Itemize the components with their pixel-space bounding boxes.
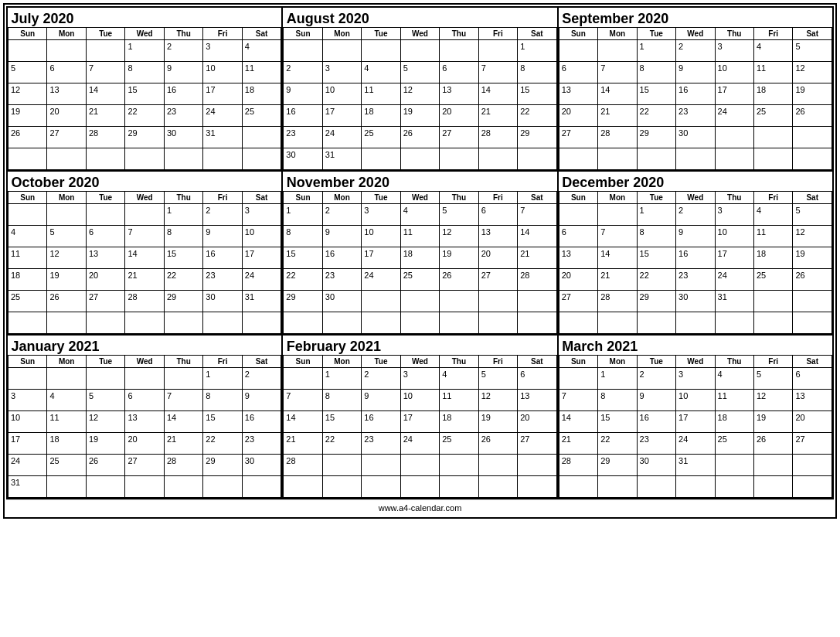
day-cell: [793, 312, 832, 334]
week-row: 17181920212223: [9, 433, 281, 455]
day-cell: 27: [793, 433, 832, 455]
day-cell: 8: [637, 62, 675, 83]
day-cell: 19: [9, 105, 47, 127]
day-cell: 12: [47, 247, 86, 269]
day-cell: 1: [284, 204, 322, 226]
day-cell: [9, 368, 47, 390]
day-cell: 12: [478, 390, 517, 411]
day-cell: [637, 148, 675, 170]
day-cell: [440, 455, 478, 476]
day-cell: 6: [125, 390, 164, 411]
day-cell: 6: [478, 204, 517, 226]
day-cell: 18: [754, 83, 793, 105]
day-cell: [47, 40, 86, 62]
day-cell: 31: [9, 476, 47, 498]
day-header-fri: Fri: [754, 28, 793, 40]
day-cell: [322, 312, 361, 334]
day-cell: 21: [478, 105, 517, 127]
day-cell: 17: [203, 83, 242, 105]
day-cell: 5: [400, 62, 439, 83]
week-row: 20212223242526: [559, 269, 831, 291]
day-cell: 21: [559, 433, 597, 455]
day-cell: 22: [598, 433, 637, 455]
day-cell: 27: [478, 269, 517, 291]
day-header-fri: Fri: [478, 356, 517, 368]
day-cell: 23: [676, 105, 715, 127]
day-cell: [793, 127, 832, 148]
day-cell: [47, 148, 86, 170]
day-cell: [598, 204, 637, 226]
day-header-sat: Sat: [242, 356, 281, 368]
day-cell: 28: [284, 455, 322, 476]
day-cell: 20: [478, 247, 517, 269]
week-row: 21222324252627: [559, 433, 831, 455]
day-cell: 3: [400, 368, 439, 390]
day-cell: [47, 368, 86, 390]
day-cell: 18: [715, 411, 753, 433]
page: July 2020SunMonTueWedThuFriSat1234567891…: [3, 3, 837, 519]
day-header-wed: Wed: [125, 356, 164, 368]
day-header-wed: Wed: [676, 356, 715, 368]
day-cell: 1: [637, 40, 675, 62]
week-row: 12: [9, 368, 281, 390]
day-cell: 20: [518, 411, 557, 433]
day-header-mon: Mon: [47, 192, 86, 204]
day-cell: 12: [400, 83, 439, 105]
day-cell: 20: [559, 105, 597, 127]
day-cell: 27: [559, 127, 597, 148]
day-cell: 21: [284, 433, 322, 455]
day-cell: 29: [125, 127, 164, 148]
day-cell: 10: [242, 226, 281, 247]
day-cell: 7: [478, 62, 517, 83]
month-september-2020: September 2020SunMonTueWedThuFriSat12345…: [559, 8, 834, 172]
week-row: 16171819202122: [284, 105, 556, 127]
day-cell: 22: [322, 433, 361, 455]
day-cell: [478, 455, 517, 476]
week-row: 22232425262728: [284, 269, 556, 291]
day-cell: 11: [362, 83, 400, 105]
day-cell: [598, 148, 637, 170]
footer: www.a4-calendar.com: [6, 499, 834, 516]
day-cell: [559, 476, 597, 498]
day-cell: [559, 148, 597, 170]
day-cell: [322, 476, 361, 498]
day-cell: 18: [9, 269, 47, 291]
day-cell: 18: [440, 411, 478, 433]
day-cell: 9: [242, 390, 281, 411]
day-cell: [400, 476, 439, 498]
day-cell: 15: [637, 83, 675, 105]
day-cell: 12: [793, 62, 832, 83]
day-cell: [440, 476, 478, 498]
day-cell: 14: [598, 83, 637, 105]
day-cell: [86, 476, 124, 498]
day-cell: 24: [400, 433, 439, 455]
day-cell: 15: [164, 247, 202, 269]
day-cell: 6: [559, 62, 597, 83]
week-row: 18192021222324: [9, 269, 281, 291]
day-cell: [793, 291, 832, 312]
day-cell: 19: [754, 411, 793, 433]
day-cell: 20: [86, 269, 124, 291]
day-cell: 27: [440, 127, 478, 148]
day-cell: 8: [203, 390, 242, 411]
day-cell: 31: [203, 127, 242, 148]
day-cell: 11: [47, 411, 86, 433]
day-cell: 25: [242, 105, 281, 127]
week-row: 567891011: [9, 62, 281, 83]
day-header-sun: Sun: [559, 356, 597, 368]
day-cell: 3: [362, 204, 400, 226]
day-header-wed: Wed: [125, 192, 164, 204]
day-cell: 4: [400, 204, 439, 226]
day-cell: [322, 455, 361, 476]
day-cell: [754, 127, 793, 148]
day-header-tue: Tue: [362, 28, 400, 40]
day-cell: [362, 312, 400, 334]
month-title: January 2021: [9, 336, 281, 356]
day-header-fri: Fri: [203, 192, 242, 204]
week-row: 21222324252627: [284, 433, 556, 455]
day-cell: 21: [598, 269, 637, 291]
day-cell: 1: [637, 204, 675, 226]
day-cell: 7: [598, 226, 637, 247]
week-row: 3031: [284, 148, 556, 170]
day-cell: 10: [715, 62, 753, 83]
